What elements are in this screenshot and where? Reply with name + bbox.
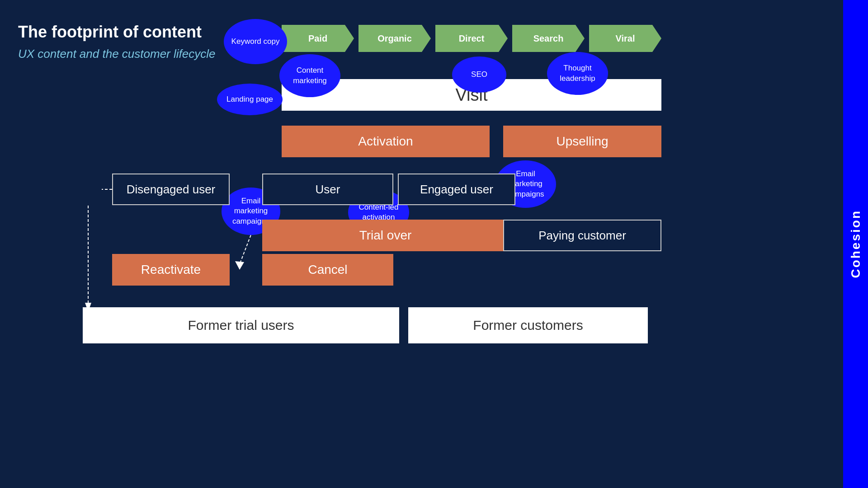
cohesion-bar: Cohesion — [843, 0, 868, 488]
orange-box-0: Activation — [282, 126, 490, 157]
bordered-box-1: User — [262, 174, 393, 205]
bordered-box-2: Engaged user — [398, 174, 515, 205]
orange-box-1: Upselling — [503, 126, 661, 157]
blue-circle-0: Keyword copy — [224, 19, 287, 64]
arrow-banner-1: Organic — [359, 25, 431, 52]
subtitle: UX content and the customer lifecycle — [18, 47, 215, 61]
bottom-box-0: Former trial users — [83, 307, 399, 343]
arrow-banner-3: Search — [512, 25, 585, 52]
blue-circle-4: Thoughtleadership — [547, 52, 608, 95]
bordered-box-3: Paying customer — [503, 220, 661, 251]
blue-circle-1: Contentmarketing — [279, 54, 340, 97]
orange-box-3: Reactivate — [112, 254, 230, 286]
main-title: The footprint of content — [18, 23, 215, 42]
bottom-box-1: Former customers — [408, 307, 648, 343]
blue-circle-2: Landing page — [217, 84, 283, 115]
orange-box-2: Trial over — [262, 220, 509, 251]
arrow-banner-2: Direct — [435, 25, 508, 52]
blue-circle-3: SEO — [452, 56, 506, 93]
bordered-box-0: Disengaged user — [112, 174, 230, 205]
arrow-banner-0: Paid — [282, 25, 354, 52]
title-area: The footprint of content UX content and … — [18, 23, 215, 61]
orange-box-4: Cancel — [262, 254, 393, 286]
arrow-banner-4: Viral — [589, 25, 661, 52]
cohesion-label: Cohesion — [849, 210, 863, 278]
svg-marker-3 — [235, 261, 244, 270]
